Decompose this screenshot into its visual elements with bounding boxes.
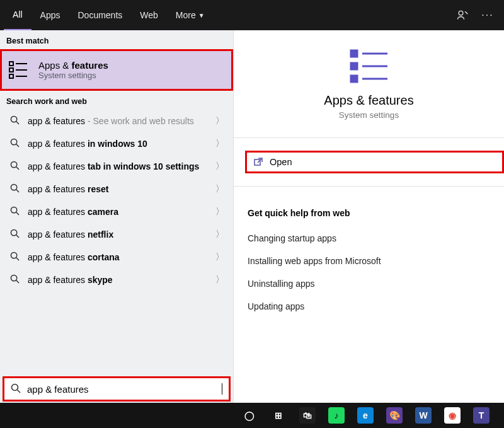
feedback-icon[interactable] <box>450 0 475 30</box>
svg-rect-23 <box>351 50 357 57</box>
suggestion-text: app & features camera <box>28 205 213 218</box>
suggestion-text: app & features tab in windows 10 setting… <box>28 160 213 173</box>
taskbar-app-spotify[interactable]: ♪ <box>324 403 349 428</box>
taskbar-app-cortana[interactable]: ◯ <box>237 403 262 428</box>
suggestion-text: app & features reset <box>28 183 213 195</box>
svg-point-30 <box>12 384 18 390</box>
apps-features-icon <box>8 59 31 81</box>
scope-tab-label: Apps <box>40 10 60 20</box>
svg-point-0 <box>459 11 463 15</box>
search-input[interactable] <box>27 384 222 395</box>
taskbar-app-store[interactable]: 🛍 <box>295 403 320 428</box>
suggestion-text: app & features netflix <box>28 228 213 241</box>
taskbar-app-edge[interactable]: e <box>353 403 378 428</box>
word-icon: W <box>415 407 432 424</box>
help-link[interactable]: Changing startup apps <box>234 227 504 250</box>
svg-line-31 <box>18 390 21 393</box>
scope-tab-label: Web <box>140 10 158 20</box>
scope-tab-label: Documents <box>77 10 122 20</box>
help-link[interactable]: Uninstalling apps <box>234 272 504 295</box>
search-suggestion[interactable]: app & features reset〉 <box>0 178 233 200</box>
suggestion-text: app & features in windows 10 <box>28 137 213 150</box>
spotify-icon: ♪ <box>328 407 345 424</box>
scope-tab-web[interactable]: Web <box>131 0 167 30</box>
svg-rect-25 <box>351 63 357 69</box>
search-suggestion[interactable]: app & features cortana〉 <box>0 246 233 269</box>
svg-line-10 <box>16 144 18 147</box>
results-pane: Best match Apps & features System settin… <box>0 30 233 403</box>
taskbar-app-teams[interactable]: T <box>469 403 494 428</box>
search-box[interactable] <box>3 376 231 402</box>
best-match-result[interactable]: Apps & features System settings <box>0 49 233 91</box>
best-match-label: Best match <box>0 30 233 49</box>
taskbar-app-paint[interactable]: 🎨 <box>382 403 407 428</box>
search-icon <box>8 274 21 286</box>
search-icon <box>8 229 21 240</box>
help-link[interactable]: Updating apps <box>234 295 504 318</box>
paint-icon: 🎨 <box>386 407 403 424</box>
svg-line-18 <box>16 235 18 238</box>
chevron-right-icon[interactable]: 〉 <box>213 206 227 217</box>
chevron-right-icon[interactable]: 〉 <box>213 138 227 149</box>
svg-rect-3 <box>9 68 13 72</box>
search-icon <box>8 138 21 149</box>
best-match-title: Apps & features <box>38 60 108 71</box>
suggestion-text: app & features - See work and web result… <box>28 115 213 127</box>
store-icon: 🛍 <box>299 407 316 424</box>
search-suggestion[interactable]: app & features - See work and web result… <box>0 110 233 132</box>
chevron-down-icon: ▼ <box>198 12 205 19</box>
scope-tab-label: All <box>13 9 23 20</box>
scope-tab-more[interactable]: More ▼ <box>167 0 214 30</box>
chevron-right-icon[interactable]: 〉 <box>213 183 227 195</box>
chevron-right-icon[interactable]: 〉 <box>213 161 227 172</box>
chevron-right-icon[interactable]: 〉 <box>213 229 227 240</box>
svg-point-13 <box>11 184 16 190</box>
search-suggestion[interactable]: app & features in windows 10〉 <box>0 132 233 155</box>
chevron-right-icon[interactable]: 〉 <box>213 252 227 263</box>
search-icon <box>8 183 21 195</box>
search-suggestion[interactable]: app & features camera〉 <box>0 200 233 223</box>
search-icon <box>8 206 21 217</box>
svg-line-14 <box>16 190 18 192</box>
chevron-right-icon[interactable]: 〉 <box>213 115 227 127</box>
svg-point-9 <box>11 139 16 144</box>
svg-line-20 <box>16 258 18 260</box>
taskbar-app-word[interactable]: W <box>411 403 436 428</box>
search-icon <box>8 115 21 127</box>
open-button[interactable]: Open <box>245 151 504 173</box>
text-caret <box>222 383 222 395</box>
svg-line-12 <box>16 167 18 170</box>
open-external-icon <box>253 157 263 167</box>
best-match-subtitle: System settings <box>38 71 108 80</box>
svg-point-7 <box>11 116 16 122</box>
open-button-label: Open <box>270 157 292 167</box>
scope-tab-label: More <box>176 10 196 20</box>
apps-features-large-icon <box>348 48 390 84</box>
search-suggestion[interactable]: app & features tab in windows 10 setting… <box>0 155 233 178</box>
taskbar-app-chrome[interactable]: ◉ <box>440 403 465 428</box>
search-suggestion[interactable]: app & features netflix〉 <box>0 223 233 246</box>
scope-tab-all[interactable]: All <box>4 0 32 30</box>
search-icon <box>11 383 21 395</box>
preview-pane: Apps & features System settings Open Get… <box>233 30 504 403</box>
chevron-right-icon[interactable]: 〉 <box>213 274 227 286</box>
taskbar-app-taskview[interactable]: ⊞ <box>266 403 291 428</box>
svg-rect-27 <box>351 76 357 82</box>
more-options-icon[interactable]: ··· <box>475 0 500 30</box>
edge-icon: e <box>357 407 374 424</box>
scope-tab-documents[interactable]: Documents <box>69 0 131 30</box>
help-link[interactable]: Installing web apps from Microsoft <box>234 250 504 272</box>
preview-subtitle: System settings <box>339 110 399 120</box>
svg-rect-5 <box>9 74 13 78</box>
taskbar: ◯⊞🛍♪e🎨W◉T <box>0 403 504 428</box>
search-icon <box>8 161 21 172</box>
svg-point-19 <box>11 252 16 258</box>
scope-tab-apps[interactable]: Apps <box>32 0 69 30</box>
svg-line-22 <box>16 281 18 283</box>
svg-rect-1 <box>9 62 13 66</box>
suggestion-text: app & features skype <box>28 274 213 286</box>
suggestion-text: app & features cortana <box>28 251 213 263</box>
svg-point-15 <box>11 207 16 212</box>
cortana-icon: ◯ <box>241 407 258 424</box>
search-suggestion[interactable]: app & features skype〉 <box>0 269 233 291</box>
